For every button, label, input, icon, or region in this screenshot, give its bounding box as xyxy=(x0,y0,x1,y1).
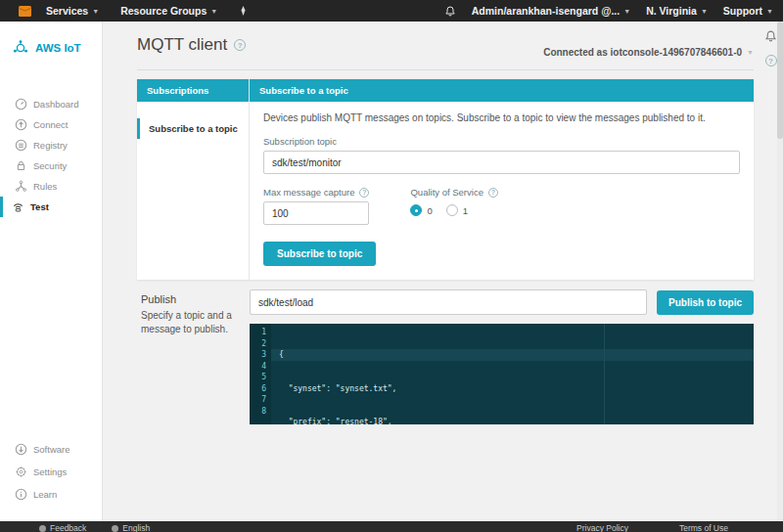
qos-option-1[interactable]: 1 xyxy=(446,204,468,216)
code-line: "prefix": "resnet-18", xyxy=(279,417,754,424)
qos-field: Quality of Service ? 0 1 xyxy=(410,174,497,225)
publish-to-topic-button[interactable]: Publish to topic xyxy=(657,290,754,315)
sidebar-item-test[interactable]: Test xyxy=(0,197,102,217)
publish-description: Specify a topic and a message to publish… xyxy=(141,309,240,335)
help-icon[interactable]: ? xyxy=(488,188,498,198)
help-icon[interactable]: ? xyxy=(234,39,246,51)
registry-icon xyxy=(15,139,27,152)
region-menu[interactable]: N. Virginia ▼ xyxy=(646,5,708,17)
publish-title: Publish xyxy=(141,293,240,305)
qos-radio-group: 0 1 xyxy=(410,204,497,216)
subscribe-pane-header: Subscribe to a topic xyxy=(250,79,754,102)
aws-iot-logo-icon xyxy=(12,39,29,57)
sidebar-item-learn[interactable]: Learn xyxy=(0,483,102,506)
radio-selected-icon xyxy=(410,204,422,216)
pin-shortcut-icon[interactable] xyxy=(239,6,248,17)
subscriptions-header: Subscriptions xyxy=(137,79,249,102)
qos-label: Quality of Service ? xyxy=(410,187,497,198)
subscribe-description: Devices publish MQTT messages on topics.… xyxy=(263,112,740,123)
wifi-test-icon xyxy=(12,200,24,213)
gear-icon xyxy=(15,466,27,478)
chevron-down-icon: ▼ xyxy=(766,8,773,15)
language-link[interactable]: English xyxy=(112,523,150,532)
connected-as-dropdown[interactable]: Connected as iotconsole-1496707846601-0 … xyxy=(543,47,754,58)
subscription-topic-input[interactable] xyxy=(263,151,740,174)
page-header: MQTT client ? Connected as iotconsole-14… xyxy=(137,35,754,58)
aws-top-nav: Services ▼ Resource Groups ▼ Admin/arank… xyxy=(0,0,783,22)
header-divider xyxy=(137,69,754,70)
download-icon xyxy=(15,443,27,456)
console-footer: Feedback English Privacy Policy Terms of… xyxy=(0,521,783,532)
subscriptions-list: Subscriptions Subscribe to a topic xyxy=(137,79,250,280)
editor-line-numbers: 1 2 3 4 5 6 7 8 xyxy=(250,324,271,424)
subscribe-pane: Subscribe to a topic Devices publish MQT… xyxy=(250,79,754,280)
feedback-link[interactable]: Feedback xyxy=(39,523,86,532)
aws-logo-icon[interactable] xyxy=(18,4,32,18)
rules-icon xyxy=(15,180,27,193)
sidebar-item-connect[interactable]: Connect xyxy=(0,114,102,135)
help-icon[interactable]: ? xyxy=(359,188,369,198)
resource-groups-menu[interactable]: Resource Groups ▼ xyxy=(120,5,217,17)
publish-topic-input[interactable] xyxy=(250,289,647,315)
sidebar-item-dashboard[interactable]: Dashboard xyxy=(0,94,102,114)
chevron-down-icon: ▼ xyxy=(210,8,217,15)
sidebar-item-registry[interactable]: Registry xyxy=(0,135,102,155)
notifications-bell-icon[interactable] xyxy=(764,29,777,47)
terms-of-use-link[interactable]: Terms of Use xyxy=(679,523,728,532)
max-capture-label: Max message capture ? xyxy=(263,187,369,198)
sidebar-item-software[interactable]: Software xyxy=(0,438,102,461)
gauge-icon xyxy=(15,98,27,111)
subscribe-to-topic-button[interactable]: Subscribe to topic xyxy=(263,242,376,266)
chevron-down-icon: ▼ xyxy=(701,8,708,15)
sidebar-footer: Software Settings Learn xyxy=(0,438,102,506)
privacy-policy-link[interactable]: Privacy Policy xyxy=(576,523,628,532)
qos-option-0[interactable]: 0 xyxy=(410,204,432,216)
brand-label: AWS IoT xyxy=(35,42,81,54)
aws-iot-brand[interactable]: AWS IoT xyxy=(0,22,102,57)
mqtt-client-page: ? MQTT client ? Connected as iotconsole-… xyxy=(103,22,783,521)
page-title: MQTT client ? xyxy=(137,35,246,55)
services-menu[interactable]: Services ▼ xyxy=(46,5,99,17)
help-icon[interactable]: ? xyxy=(765,55,777,66)
chevron-down-icon: ▼ xyxy=(747,49,754,56)
code-line: { xyxy=(271,349,754,361)
max-capture-input[interactable] xyxy=(263,201,369,225)
editor-print-margin xyxy=(604,324,605,424)
globe-icon xyxy=(112,525,118,532)
vertical-scrollbar[interactable] xyxy=(777,22,783,521)
subscriptions-panel: Subscriptions Subscribe to a topic Subsc… xyxy=(137,79,754,280)
radio-unselected-icon xyxy=(446,204,458,216)
feedback-icon xyxy=(39,525,46,532)
sidebar-item-security[interactable]: Security xyxy=(0,155,102,176)
connect-icon xyxy=(15,118,27,131)
sidebar-item-rules[interactable]: Rules xyxy=(0,176,102,197)
scrollbar-thumb[interactable] xyxy=(777,22,783,139)
info-icon xyxy=(15,488,27,501)
editor-code: { "synset": "synset.txt", "prefix": "res… xyxy=(271,324,754,424)
aws-iot-sidebar: AWS IoT Dashboard Connect Registry Secur… xyxy=(0,22,103,521)
notifications-bell-icon[interactable] xyxy=(444,5,456,18)
chevron-down-icon: ▼ xyxy=(623,8,630,15)
support-menu[interactable]: Support ▼ xyxy=(723,5,773,17)
sidebar-item-settings[interactable]: Settings xyxy=(0,461,102,483)
subscription-list-item[interactable]: Subscribe to a topic xyxy=(137,118,249,139)
subscription-topic-label: Subscription topic xyxy=(263,136,740,147)
max-capture-field: Max message capture ? xyxy=(263,174,369,225)
message-payload-editor[interactable]: 1 2 3 4 5 6 7 8 { "synset": "synset.txt"… xyxy=(250,324,754,424)
publish-section: Publish Specify a topic and a message to… xyxy=(137,289,754,424)
code-line: "synset": "synset.txt", xyxy=(279,383,754,395)
account-menu[interactable]: Admin/arankhan-isengard @... ▼ xyxy=(472,5,630,17)
chevron-down-icon: ▼ xyxy=(92,8,99,15)
sidebar-nav: Dashboard Connect Registry Security Rule… xyxy=(0,94,102,217)
lock-icon xyxy=(15,159,27,172)
corner-icons: ? xyxy=(764,29,777,66)
